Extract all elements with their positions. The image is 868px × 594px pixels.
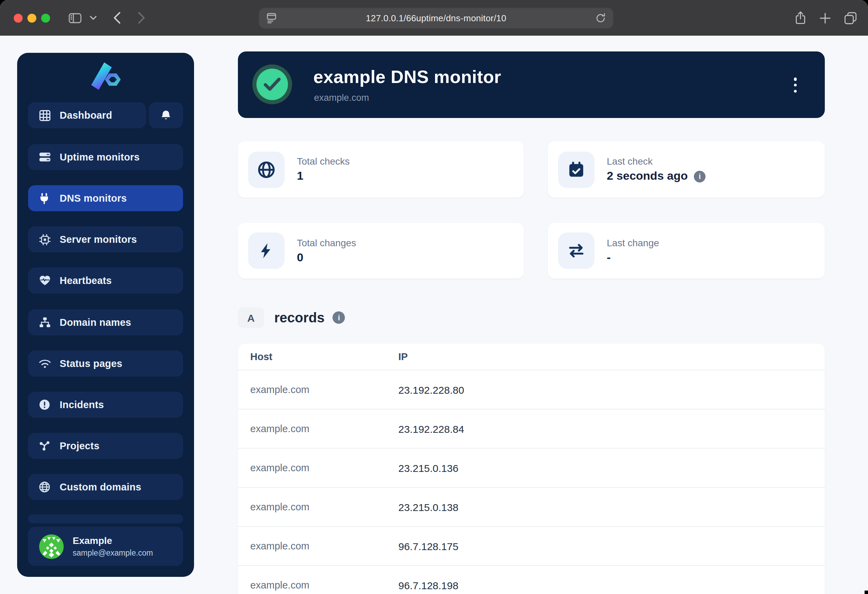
sidebar-item-server-monitors[interactable]: Server monitors [28, 226, 183, 253]
heart-pulse-icon [39, 275, 51, 286]
column-header-ip: IP [399, 351, 407, 362]
dashboard-grid-icon [39, 109, 51, 121]
sitemap-icon [39, 317, 51, 328]
minimize-window-button[interactable] [27, 13, 36, 22]
sidebar-item-heartbeats[interactable]: Heartbeats [28, 267, 183, 294]
info-icon[interactable]: i [694, 170, 706, 182]
monitor-title: example DNS monitor [313, 66, 501, 88]
chip-icon [39, 233, 51, 245]
host-cell: example.com [238, 462, 399, 473]
user-email: sample@example.com [73, 548, 153, 558]
info-icon[interactable]: i [333, 312, 345, 324]
host-cell: example.com [238, 579, 399, 591]
exclamation-circle-icon [39, 399, 51, 410]
ip-cell: 96.7.128.175 [399, 540, 458, 552]
reload-icon[interactable] [596, 13, 605, 23]
new-tab-icon[interactable] [816, 0, 833, 35]
sidebar: Dashboard Uptime m [17, 53, 194, 577]
stat-card-total-checks: Total checks 1 [238, 141, 524, 198]
sidebar-item-custom-domains[interactable]: Custom domains [28, 474, 183, 500]
stat-value: 2 seconds ago [607, 169, 688, 183]
close-window-button[interactable] [14, 13, 23, 22]
stat-label: Last check [607, 156, 706, 167]
globe-icon [248, 151, 285, 188]
stat-label: Total changes [297, 237, 356, 248]
records-title: records [274, 310, 325, 325]
ip-cell: 23.215.0.138 [399, 501, 458, 513]
stat-card-total-changes: Total changes 0 [238, 223, 524, 278]
tab-overview-icon[interactable] [841, 0, 859, 35]
records-section-header: A records i [238, 307, 345, 328]
ip-cell: 23.215.0.136 [399, 462, 458, 474]
host-cell: example.com [238, 423, 399, 434]
scrollbar-corner [865, 591, 868, 594]
address-bar[interactable]: 127.0.0.1/66uptime/dns-monitor/10 [258, 7, 614, 28]
browser-toolbar: 127.0.0.1/66uptime/dns-monitor/10 [0, 0, 868, 36]
sidebar-item-label: Incidents [60, 399, 104, 410]
app-page: Dashboard Uptime m [0, 35, 868, 594]
ip-cell: 23.192.228.84 [399, 423, 464, 434]
stat-card-last-check: Last check 2 seconds ago i [548, 141, 825, 198]
notifications-button[interactable] [149, 102, 183, 128]
user-name: Example [73, 535, 153, 547]
plug-icon [39, 192, 51, 204]
sidebar-item-incidents[interactable]: Incidents [28, 392, 183, 418]
sidebar-item-label: DNS monitors [60, 193, 127, 204]
kebab-menu-button[interactable] [789, 77, 802, 93]
zoom-window-button[interactable] [41, 13, 50, 22]
status-up-icon [252, 65, 292, 104]
sidebar-item-label: Domain names [60, 317, 131, 328]
page-settings-icon[interactable] [267, 13, 276, 23]
table-header-row: Host IP [238, 344, 825, 370]
share-nodes-icon [39, 440, 51, 451]
sidebar-item-uptime-monitors[interactable]: Uptime monitors [28, 144, 183, 170]
sidebar-item-partial[interactable] [28, 514, 183, 523]
host-cell: example.com [238, 384, 399, 395]
host-cell: example.com [238, 541, 399, 551]
bolt-icon [248, 232, 285, 269]
table-row: example.com 96.7.128.175 [238, 526, 825, 565]
table-row: example.com 23.215.0.136 [238, 448, 825, 487]
sidebar-item-label: Server monitors [60, 234, 137, 245]
monitor-domain: example.com [314, 93, 369, 103]
sidebar-item-projects[interactable]: Projects [28, 433, 183, 459]
table-row: example.com 23.192.228.84 [238, 409, 825, 448]
sidebar-item-label: Heartbeats [60, 275, 112, 286]
column-header-host: Host [238, 351, 399, 362]
sidebar-item-label: Projects [60, 440, 99, 451]
table-row: example.com 23.215.0.138 [238, 487, 825, 526]
calendar-check-icon [558, 151, 595, 188]
stat-value: 1 [297, 169, 350, 183]
sidebar-toggle-icon[interactable] [66, 0, 84, 35]
monitor-header-card: example DNS monitor example.com [238, 52, 825, 118]
sidebar-item-label: Dashboard [60, 110, 112, 121]
stat-value: 0 [297, 251, 356, 264]
sidebar-item-dashboard[interactable]: Dashboard [28, 102, 146, 128]
swap-arrows-icon [558, 232, 595, 269]
browser-window: 127.0.0.1/66uptime/dns-monitor/10 [0, 0, 868, 594]
ip-cell: 23.192.228.80 [399, 384, 464, 395]
url-text[interactable]: 127.0.0.1/66uptime/dns-monitor/10 [276, 13, 596, 23]
table-row: example.com 96.7.128.198 [238, 565, 825, 594]
sidebar-item-dns-monitors[interactable]: DNS monitors [28, 185, 183, 211]
back-button[interactable] [108, 0, 125, 35]
table-row: example.com 23.192.228.80 [238, 370, 825, 409]
app-logo-icon [89, 62, 122, 93]
sidebar-item-status-pages[interactable]: Status pages [28, 350, 183, 377]
main-content: example DNS monitor example.com Total ch… [238, 35, 825, 594]
stat-card-last-change: Last change - [548, 223, 825, 278]
wifi-icon [39, 359, 51, 368]
host-cell: example.com [238, 501, 399, 513]
chevron-down-icon[interactable] [88, 0, 99, 35]
avatar [39, 534, 64, 559]
globe-icon [39, 482, 51, 492]
stat-label: Total checks [297, 156, 350, 167]
server-icon [39, 152, 51, 163]
user-account-card[interactable]: Example sample@example.com [28, 527, 183, 566]
sidebar-item-domain-names[interactable]: Domain names [28, 309, 183, 335]
share-icon[interactable] [792, 0, 808, 35]
forward-button[interactable] [133, 0, 149, 35]
screenshot: 127.0.0.1/66uptime/dns-monitor/10 [0, 0, 868, 594]
sidebar-item-label: Status pages [60, 358, 123, 369]
stat-label: Last change [607, 237, 659, 248]
